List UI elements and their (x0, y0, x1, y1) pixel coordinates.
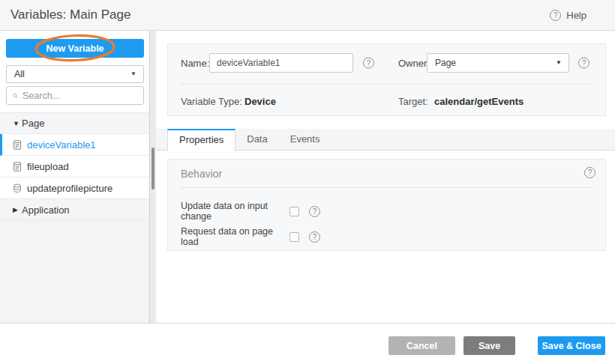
new-variable-button[interactable]: New Variable (6, 39, 144, 58)
owner-help-icon[interactable] (578, 57, 590, 68)
sidebar-scrollbar-thumb[interactable] (152, 148, 154, 189)
divider (181, 187, 592, 188)
option-label: Request data on page load (181, 226, 290, 247)
tree-item-label: deviceVariable1 (27, 139, 96, 151)
filter-selected-value: All (14, 69, 25, 79)
target-value: calendar/getEvents (434, 96, 524, 107)
request-data-checkbox[interactable] (290, 232, 299, 242)
variables-sidebar: New Variable All Page deviceVariable1 (0, 31, 150, 323)
variables-tree: Page deviceVariable1 fileupload (0, 112, 149, 221)
owner-selected-value: Page (435, 58, 456, 68)
tree-item-label: fileupload (27, 161, 69, 172)
target-label: Target: (398, 96, 428, 107)
help-icon (550, 10, 561, 21)
variable-filter-select[interactable]: All (6, 65, 144, 83)
behavior-panel: Behavior Update data on input change Req… (167, 159, 606, 251)
option-request-data-on-page-load: Request data on page load (181, 228, 320, 245)
dialog-header: Variables: Main Page Help (0, 0, 615, 31)
save-button[interactable]: Save (464, 336, 515, 355)
caret-right-icon (13, 206, 22, 213)
request-data-help-icon[interactable] (309, 231, 320, 243)
tree-group-label: Page (22, 118, 44, 129)
tree-group-application[interactable]: Application (0, 199, 149, 221)
update-data-help-icon[interactable] (309, 206, 320, 217)
name-input[interactable] (209, 53, 353, 73)
tree-item-fileupload[interactable]: fileupload (0, 156, 149, 178)
tree-item-updateprofilepicture[interactable]: updateprofilepicture (0, 178, 149, 199)
owner-select[interactable]: Page (427, 53, 569, 73)
behavior-help-icon[interactable] (584, 167, 596, 178)
tree-item-devicevariable1[interactable]: deviceVariable1 (0, 134, 149, 156)
option-label: Update data on input change (181, 201, 290, 222)
behavior-title: Behavior (181, 168, 222, 180)
caret-down-icon (13, 120, 22, 127)
chevron-down-icon (556, 54, 562, 72)
variable-summary-box: Name:* Owner:* Page Variable Type: Devic… (167, 43, 606, 116)
sidebar-filler (0, 221, 149, 323)
search-box[interactable] (6, 86, 144, 105)
save-and-close-button[interactable]: Save & Close (538, 336, 605, 355)
help-button[interactable]: Help (550, 0, 586, 30)
search-input[interactable] (22, 91, 143, 101)
option-update-data-on-input-change: Update data on input change (181, 203, 320, 219)
variable-type-label: Variable Type: (181, 96, 242, 107)
tree-group-label: Application (22, 204, 70, 216)
service-variable-icon (13, 183, 22, 193)
device-variable-icon (13, 162, 22, 172)
cancel-button[interactable]: Cancel (388, 336, 455, 355)
chevron-down-icon (130, 66, 136, 82)
tree-item-label: updateprofilepicture (27, 183, 112, 194)
tab-data[interactable]: Data (236, 129, 278, 150)
variable-type-value: Device (244, 96, 276, 107)
page-title: Variables: Main Page (10, 0, 130, 30)
dialog-footer: Cancel Save Save & Close (0, 323, 615, 364)
divider (181, 84, 592, 85)
tab-bar: Properties Data Events (156, 129, 615, 151)
name-help-icon[interactable] (363, 57, 374, 68)
tab-events[interactable]: Events (279, 129, 332, 150)
update-data-checkbox[interactable] (290, 207, 299, 216)
search-icon (13, 91, 18, 100)
tree-group-page[interactable]: Page (0, 112, 149, 134)
device-variable-icon (13, 140, 22, 150)
help-label: Help (566, 10, 586, 21)
tab-properties[interactable]: Properties (167, 129, 236, 151)
